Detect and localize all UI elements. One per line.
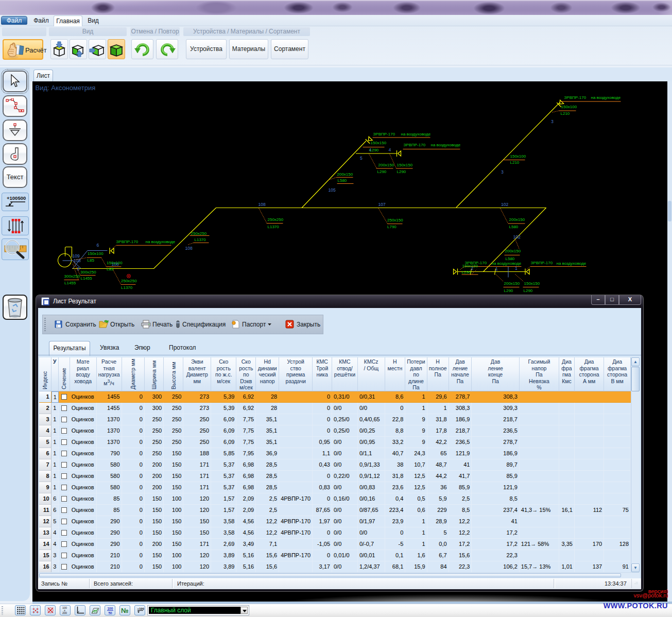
svg-text:L290: L290 (370, 148, 379, 152)
svg-text:150x100: 150x100 (88, 251, 104, 256)
svg-text:250x250: 250x250 (121, 279, 137, 283)
svg-text:150x100: 150x100 (561, 105, 577, 109)
svg-text:150x150: 150x150 (371, 141, 387, 145)
svg-text:на воздуховоде: на воздуховоде (146, 239, 176, 244)
svg-text:ЗРВПР-170: ЗРВПР-170 (116, 239, 139, 244)
svg-text:108: 108 (74, 258, 81, 263)
svg-text:1: 1 (495, 266, 498, 271)
svg-text:№: № (121, 607, 129, 614)
svg-text:200x150: 200x150 (509, 217, 525, 222)
svg-text:на воздуховоде: на воздуховоде (492, 261, 522, 266)
svg-text:L290: L290 (397, 169, 406, 174)
svg-text:5: 5 (360, 156, 363, 161)
svg-text:150x150: 150x150 (462, 264, 478, 268)
svg-text:на воздуховоде: на воздуховоде (401, 132, 431, 136)
svg-text:200x150: 200x150 (504, 281, 520, 286)
svg-text:L210: L210 (510, 160, 520, 165)
svg-text:ЗРВПР-170: ЗРВПР-170 (373, 132, 395, 136)
svg-text:150x150: 150x150 (397, 163, 413, 167)
svg-text:L580: L580 (338, 178, 347, 183)
svg-text:102: 102 (513, 234, 521, 239)
svg-text:L290: L290 (377, 169, 387, 174)
svg-text:L1455: L1455 (81, 276, 93, 281)
svg-text:200: 200 (62, 611, 67, 614)
svg-text:ЗРВПР-170: ЗРВПР-170 (531, 261, 553, 265)
svg-text:L290: L290 (462, 270, 471, 275)
svg-text:108: 108 (185, 246, 193, 251)
svg-text:3: 3 (551, 119, 554, 124)
svg-text:+100500: +100500 (7, 195, 26, 201)
svg-text:на воздуховоде: на воздуховоде (431, 143, 461, 147)
svg-text:100: 100 (107, 607, 113, 610)
svg-text:150x150: 150x150 (524, 281, 540, 286)
svg-text:L1370: L1370 (268, 225, 280, 229)
svg-text:3: 3 (501, 169, 504, 175)
svg-text:200x150: 200x150 (378, 163, 394, 167)
svg-text:на воздуховоде: на воздуховоде (591, 95, 621, 100)
svg-text:L1455: L1455 (64, 281, 76, 285)
svg-text:250x250: 250x250 (268, 217, 284, 222)
svg-text:L1370: L1370 (121, 285, 133, 290)
svg-text:105: 105 (329, 187, 336, 193)
svg-text:50: 50 (108, 611, 112, 614)
svg-text:107: 107 (378, 202, 386, 207)
svg-text:150x100: 150x100 (107, 261, 123, 265)
svg-text:L210: L210 (561, 111, 570, 116)
svg-text:L790: L790 (387, 225, 397, 229)
svg-text:+100: +100 (137, 607, 144, 610)
svg-text:200x150: 200x150 (337, 172, 353, 177)
svg-text:L85: L85 (88, 258, 95, 263)
svg-text:L290: L290 (504, 288, 513, 293)
svg-text:Вид: Аксонометрия: Вид: Аксонометрия (36, 84, 96, 92)
svg-text:L85: L85 (107, 267, 114, 271)
svg-text:300x250: 300x250 (64, 274, 80, 279)
svg-text:102: 102 (501, 202, 508, 207)
svg-text:ЗРВПР-170: ЗРВПР-170 (404, 143, 426, 147)
svg-text:L580: L580 (509, 225, 519, 229)
svg-text:300x250: 300x250 (80, 270, 96, 275)
svg-text:ЗРВПР-170: ЗРВПР-170 (564, 95, 587, 100)
svg-text:L580: L580 (506, 256, 515, 261)
svg-text:6: 6 (97, 243, 99, 248)
svg-text:L290: L290 (524, 288, 533, 293)
svg-text:250x250: 250x250 (191, 231, 207, 236)
svg-text:на воздуховоде: на воздуховоде (557, 261, 587, 266)
svg-text:250x150: 250x150 (387, 218, 403, 222)
svg-text:150x100: 150x100 (510, 154, 526, 159)
svg-text:L1370: L1370 (195, 237, 206, 242)
svg-text:4: 4 (389, 147, 391, 152)
svg-text:200x150: 200x150 (505, 249, 521, 253)
svg-text:108: 108 (259, 202, 266, 207)
